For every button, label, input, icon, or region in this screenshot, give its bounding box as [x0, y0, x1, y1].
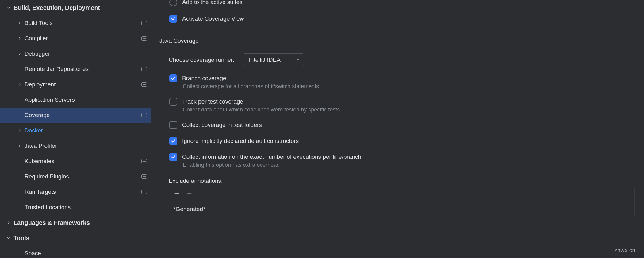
sidebar-item-label: Remote Jar Repositories — [25, 66, 141, 72]
sidebar-item-label: Space — [25, 250, 147, 257]
watermark: znwx.cn — [614, 247, 635, 254]
settings-sidebar: Build, Execution, DeploymentBuild ToolsC… — [0, 0, 151, 258]
sidebar-item[interactable]: Kubernetes — [0, 154, 151, 169]
modified-indicator-icon — [141, 113, 147, 117]
modified-indicator-icon — [141, 174, 147, 179]
checkbox-exact-executions[interactable] — [169, 153, 177, 161]
chevron-right-icon[interactable] — [15, 52, 25, 56]
checkbox-label: Ignore implicitly declared default const… — [182, 138, 299, 144]
sidebar-item-label: Application Servers — [25, 96, 147, 103]
sidebar-item-label: Compiler — [25, 35, 141, 42]
chevron-right-icon[interactable] — [15, 21, 25, 25]
chevron-right-icon[interactable] — [15, 36, 25, 41]
chevron-right-icon[interactable] — [15, 82, 25, 87]
radio-label: Add to the active suites — [182, 0, 242, 6]
sidebar-item-label: Tools — [13, 235, 147, 242]
checkbox-label: Collect information on the exact number … — [182, 154, 361, 160]
exclude-list[interactable]: *Generated* — [169, 201, 635, 217]
settings-main-panel: Add to the active suites Activate Covera… — [151, 0, 644, 258]
checkbox-label: Branch coverage — [182, 75, 226, 82]
checkbox-ignore-default-constructors[interactable] — [169, 137, 177, 145]
sidebar-item[interactable]: Compiler — [0, 31, 151, 46]
sidebar-item[interactable]: Build Tools — [0, 15, 151, 31]
sidebar-item[interactable]: Java Profiler — [0, 138, 151, 154]
chevron-right-icon[interactable] — [15, 144, 25, 148]
sidebar-item[interactable]: Debugger — [0, 46, 151, 61]
chevron-down-icon[interactable] — [4, 236, 13, 240]
sidebar-item[interactable]: Deployment — [0, 77, 151, 92]
sidebar-item-label: Required Plugins — [25, 173, 141, 180]
chevron-right-icon[interactable] — [15, 128, 25, 133]
remove-icon[interactable] — [186, 190, 192, 198]
sidebar-item[interactable]: Application Servers — [0, 92, 151, 108]
dropdown-coverage-runner[interactable]: IntelliJ IDEA — [243, 53, 304, 66]
sidebar-item-label: Coverage — [25, 112, 141, 119]
sidebar-item[interactable]: Tools — [0, 230, 151, 246]
hint-text: Enabling this option has extra overhead — [183, 162, 635, 168]
sidebar-item[interactable]: Languages & Frameworks — [0, 215, 151, 230]
divider-line — [204, 41, 635, 41]
checkbox-track-per-test[interactable] — [169, 98, 177, 106]
sidebar-item[interactable]: Trusted Locations — [0, 200, 151, 215]
dropdown-value: IntelliJ IDEA — [249, 57, 280, 63]
sidebar-item[interactable]: Required Plugins — [0, 169, 151, 184]
sidebar-item-label: Deployment — [25, 81, 141, 88]
checkbox-label: Activate Coverage View — [182, 15, 244, 22]
modified-indicator-icon — [141, 190, 147, 194]
sidebar-item[interactable]: Docker — [0, 123, 151, 138]
modified-indicator-icon — [141, 82, 147, 87]
checkbox-label: Track per test coverage — [182, 98, 243, 105]
radio-add-to-active-suites[interactable] — [169, 0, 177, 6]
sidebar-item[interactable]: Space — [0, 246, 151, 258]
sidebar-item-label: Run Targets — [25, 189, 141, 195]
modified-indicator-icon — [141, 36, 147, 41]
checkbox-label: Collect coverage in test folders — [182, 122, 262, 128]
modified-indicator-icon — [141, 21, 147, 25]
sidebar-item-label: Trusted Locations — [25, 204, 147, 211]
checkbox-collect-in-test-folders[interactable] — [169, 121, 177, 129]
sidebar-item-label: Build Tools — [25, 20, 141, 26]
label-exclude-annotations: Exclude annotations: — [169, 178, 635, 184]
checkbox-activate-coverage-view[interactable] — [169, 15, 177, 23]
sidebar-item-label: Languages & Frameworks — [13, 219, 147, 226]
sidebar-item-label: Debugger — [25, 50, 147, 57]
hint-text: Collect data about which code lines were… — [183, 107, 635, 113]
chevron-right-icon[interactable] — [4, 221, 13, 225]
sidebar-item-label: Build, Execution, Deployment — [13, 4, 147, 11]
add-icon[interactable] — [174, 190, 180, 198]
chevron-down-icon[interactable] — [4, 6, 13, 10]
hint-text: Collect coverage for all branches of if/… — [183, 83, 635, 90]
sidebar-item[interactable]: Remote Jar Repositories — [0, 61, 151, 77]
sidebar-item-label: Java Profiler — [25, 143, 147, 149]
exclude-toolbar — [169, 187, 635, 201]
sidebar-item-label: Docker — [25, 127, 147, 134]
list-item[interactable]: *Generated* — [173, 206, 630, 213]
sidebar-item[interactable]: Coverage — [0, 108, 151, 123]
section-title-java-coverage: Java Coverage — [159, 37, 199, 44]
sidebar-item[interactable]: Build, Execution, Deployment — [0, 0, 151, 15]
chevron-down-icon — [296, 57, 300, 63]
sidebar-item-label: Kubernetes — [25, 158, 141, 165]
checkbox-branch-coverage[interactable] — [169, 74, 177, 82]
sidebar-item[interactable]: Run Targets — [0, 184, 151, 200]
modified-indicator-icon — [141, 67, 147, 71]
label-coverage-runner: Choose coverage runner: — [169, 57, 234, 63]
modified-indicator-icon — [141, 159, 147, 163]
